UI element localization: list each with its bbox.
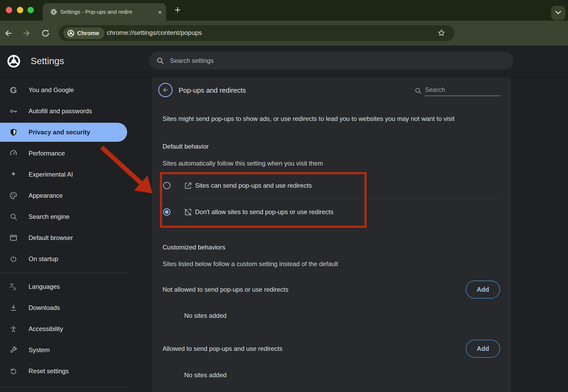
sidebar-divider-bottom bbox=[0, 387, 127, 387]
settings-page-title: Settings bbox=[31, 56, 64, 66]
page-back-button[interactable] bbox=[158, 83, 173, 97]
browser-window-icon bbox=[9, 233, 18, 242]
palette-icon bbox=[9, 191, 18, 200]
settings-gear-icon bbox=[50, 8, 58, 16]
sidebar-item-privacy-and-security[interactable]: Privacy and security bbox=[0, 122, 152, 143]
bookmark-star-icon[interactable] bbox=[437, 29, 446, 37]
magnifier-icon bbox=[9, 212, 18, 221]
google-g-icon: G bbox=[9, 86, 18, 95]
back-nav-icon[interactable] bbox=[3, 28, 14, 39]
page-search-input[interactable] bbox=[424, 86, 501, 96]
sidebar-item-reset-settings[interactable]: Reset settings bbox=[0, 361, 152, 382]
search-icon bbox=[156, 57, 164, 65]
annotation-arrow bbox=[98, 143, 159, 199]
shield-icon bbox=[9, 128, 18, 137]
sidebar-item-on-startup[interactable]: On startup bbox=[0, 248, 152, 270]
tab-title-fade bbox=[130, 8, 153, 17]
wrench-icon bbox=[9, 346, 18, 355]
customized-behaviors-subtitle: Sites listed below follow a custom setti… bbox=[163, 260, 338, 268]
tab-close-icon[interactable]: × bbox=[156, 8, 164, 16]
sidebar-item-downloads[interactable]: Downloads bbox=[0, 297, 152, 318]
reset-arrow-icon bbox=[9, 367, 18, 376]
annotation-highlight-box bbox=[160, 172, 367, 228]
not-allowed-section-label: Not allowed to send pop-ups or use redir… bbox=[163, 286, 288, 293]
url-text[interactable]: chrome://settings/content/popups bbox=[107, 29, 202, 36]
reload-icon[interactable] bbox=[40, 28, 51, 39]
tab-strip: Settings - Pop-ups and redire × + bbox=[0, 0, 568, 21]
default-behavior-heading: Default behavior bbox=[163, 143, 209, 150]
sidebar-item-languages[interactable]: 文A Languages bbox=[0, 276, 152, 297]
add-blocked-site-button[interactable]: Add bbox=[466, 281, 500, 299]
no-sites-added-allowed: No sites added bbox=[184, 371, 227, 379]
sidebar-item-system[interactable]: System bbox=[0, 339, 152, 361]
url-bar[interactable]: Chrome chrome://settings/content/popups bbox=[59, 25, 454, 41]
new-tab-button[interactable]: + bbox=[172, 5, 183, 15]
sidebar-item-search-engine[interactable]: Search engine bbox=[0, 206, 152, 227]
active-tab[interactable]: Settings - Pop-ups and redire × bbox=[43, 3, 166, 21]
accessibility-person-icon bbox=[9, 324, 18, 333]
power-icon bbox=[9, 254, 18, 263]
sidebar-item-default-browser[interactable]: Default browser bbox=[0, 227, 152, 248]
settings-search-box[interactable] bbox=[149, 52, 514, 70]
chrome-logo-icon bbox=[67, 30, 75, 37]
search-icon bbox=[414, 87, 422, 95]
tab-search-button[interactable] bbox=[551, 6, 565, 20]
browser-toolbar: Chrome chrome://settings/content/popups … bbox=[0, 21, 568, 46]
allowed-section-label: Allowed to send pop-ups and use redirect… bbox=[163, 345, 283, 352]
customized-behaviors-heading: Customized behaviors bbox=[163, 244, 225, 251]
sidebar-item-you-and-google[interactable]: G You and Google bbox=[0, 79, 152, 101]
settings-search-input[interactable] bbox=[170, 57, 487, 64]
sparkle-icon bbox=[9, 170, 18, 179]
default-behavior-subtitle: Sites automatically follow this setting … bbox=[163, 160, 323, 167]
page-title: Pop-ups and redirects bbox=[179, 86, 246, 95]
chrome-badge: Chrome bbox=[63, 27, 104, 39]
no-sites-added-blocked: No sites added bbox=[184, 312, 227, 319]
traffic-light-minimize[interactable] bbox=[17, 7, 23, 13]
sidebar-item-autofill[interactable]: Autofill and passwords bbox=[0, 101, 152, 122]
sidebar-divider bbox=[0, 273, 127, 273]
popups-settings-card: Pop-ups and redirects Sites might send p… bbox=[152, 77, 511, 392]
download-icon bbox=[9, 303, 18, 312]
key-icon bbox=[9, 107, 18, 116]
traffic-light-zoom[interactable] bbox=[27, 7, 34, 13]
sidebar-item-accessibility[interactable]: Accessibility bbox=[0, 318, 152, 339]
forward-nav-icon[interactable] bbox=[21, 28, 32, 39]
settings-sidebar: G You and Google Autofill and passwords … bbox=[0, 77, 152, 392]
speedometer-icon bbox=[9, 149, 18, 158]
page-description: Sites might send pop-ups to show ads, or… bbox=[163, 115, 504, 122]
translate-icon: 文A bbox=[9, 282, 18, 291]
chrome-settings-logo-icon bbox=[7, 54, 21, 68]
chrome-badge-label: Chrome bbox=[77, 30, 99, 37]
add-allowed-site-button[interactable]: Add bbox=[466, 340, 500, 358]
traffic-light-close[interactable] bbox=[6, 7, 12, 13]
page-search-field[interactable] bbox=[414, 86, 501, 96]
svg-text:A: A bbox=[13, 286, 16, 291]
